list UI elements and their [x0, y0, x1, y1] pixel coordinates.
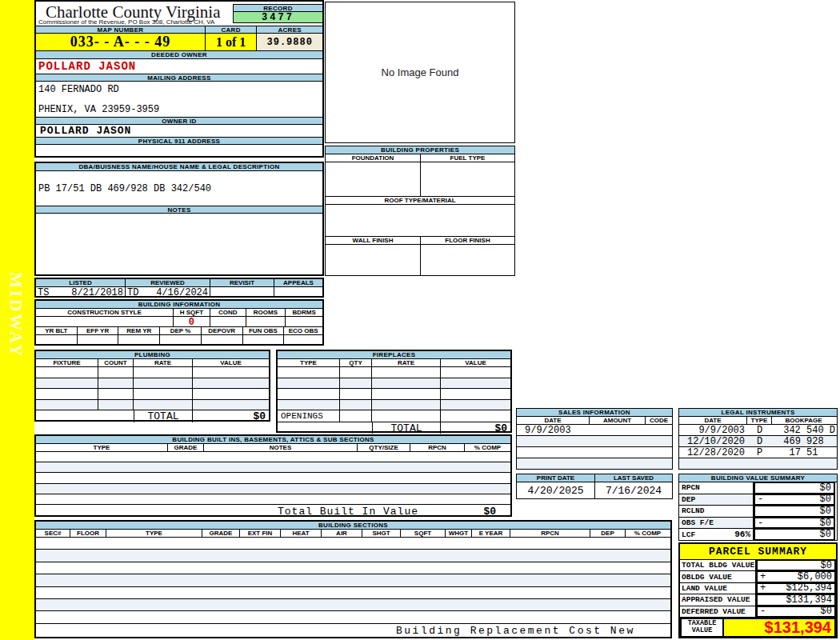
sqft-label: SQFT	[401, 530, 446, 537]
li-bookpage: 342 540 D	[772, 425, 835, 436]
building-sections-panel: BUILDING SECTIONS SEC# FLOOR TYPE GRADE …	[34, 520, 672, 638]
bi-type-label: TYPE	[36, 444, 168, 451]
plumbing-title: PLUMBING	[36, 351, 269, 359]
fireplaces-openings-row: OPENINGS	[278, 410, 510, 422]
li-bookpage: 469 928	[772, 436, 835, 447]
appeals-value	[274, 287, 322, 298]
last-saved-label: LAST SAVED	[595, 474, 672, 482]
bvs-lcf-pct: 96%	[734, 530, 750, 539]
physical-address-value	[36, 145, 322, 157]
floor-finish-label: FLOOR FINISH	[421, 237, 514, 244]
parcel-summary-panel: PARCEL SUMMARY TOTAL BLDG VALUE $0 OBLDG…	[678, 542, 838, 638]
ps-total-bldg-label: TOTAL BLDG VALUE	[680, 560, 756, 571]
wall-finish-label: WALL FINISH	[326, 237, 421, 244]
fp-type-label: TYPE	[278, 359, 340, 366]
bdrms-label: BDRMS	[286, 309, 322, 316]
print-save-headers: PRINT DATE LAST SAVED	[517, 474, 672, 482]
built-ins-title: BUILDING BUILT INS, BASEMENTS, ATTICS & …	[36, 436, 510, 444]
acres-label: ACRES	[257, 26, 322, 34]
listed-date: 8/21/2018	[71, 287, 123, 298]
ps-obldg-value: $6,000	[798, 571, 832, 582]
building-sections-footer: Building Replacement Cost New	[36, 624, 670, 637]
taxable-value-row: TAXABLE VALUE $131,394	[680, 618, 836, 638]
li-type-label: TYPE	[747, 417, 772, 424]
owner-id-label: OWNER ID	[36, 117, 322, 125]
bvs-rpcn-label: RPCN	[682, 483, 700, 492]
bvs-dep-label: DEP	[682, 495, 695, 504]
legal-description-row: PB 17/51 DB 469/928 DB 342/540	[36, 171, 322, 206]
roof-header: ROOF TYPE/MATERIAL	[326, 197, 514, 205]
taxable-label-line2: VALUE	[692, 627, 713, 635]
sec-label: SEC#	[36, 530, 70, 537]
grade-label: GRADE	[202, 530, 240, 537]
li-date: 12/28/2020	[679, 447, 747, 458]
fireplaces-total-value: $0	[441, 422, 510, 434]
hsqft-value: 0	[174, 317, 210, 326]
sales-date-label: DATE	[517, 417, 590, 424]
last-saved-value: 7/16/2024	[595, 482, 672, 498]
whgt-label: WHGT	[446, 530, 472, 537]
ps-land-label: LAND VALUE	[680, 583, 756, 594]
extfin-label: EXT FIN	[240, 530, 281, 537]
parcel-summary-title: PARCEL SUMMARY	[680, 544, 836, 560]
revisit-value	[210, 287, 274, 298]
notes-value	[36, 214, 322, 276]
map-card-acres-headers: MAP NUMBER CARD ACRES	[36, 26, 322, 34]
bvs-rclnd-value: $0	[820, 506, 831, 517]
building-properties-title: BUILDING PROPERTIES	[326, 146, 514, 154]
bvs-rclnd-label: RCLND	[682, 506, 705, 515]
reviewed-label: REVIEWED	[126, 279, 210, 286]
record-number: 3477	[234, 12, 322, 23]
fp-rate-label: RATE	[372, 359, 441, 366]
li-date: 12/10/2020	[679, 436, 747, 447]
fp-value-label: VALUE	[441, 359, 510, 366]
sales-headers: DATE AMOUNT CODE	[517, 417, 672, 425]
visit-headers: LISTED REVIEWED REVISIT APPEALS	[36, 279, 322, 287]
plumbing-total-label: TOTAL	[134, 410, 193, 422]
li-type: P	[747, 447, 772, 458]
bvs-rpcn-value: $0	[820, 482, 831, 494]
plumbing-total-row: TOTAL $0	[36, 410, 269, 422]
taxable-label: TAXABLE VALUE	[680, 618, 724, 638]
building-value-summary-panel: BUILDING VALUE SUMMARY RPCN $0 DEP -$0 R…	[678, 474, 838, 541]
fireplaces-rows	[278, 367, 510, 410]
li-date: 9/9/2003	[679, 425, 747, 436]
hsqft-label: H SQFT	[174, 309, 210, 316]
roof-label: ROOF TYPE/MATERIAL	[326, 197, 514, 204]
building-info-row2-values	[36, 335, 322, 346]
card-label: CARD	[206, 26, 258, 34]
print-date-label: PRINT DATE	[517, 474, 595, 482]
deeded-owner-label: DEEDED OWNER	[36, 51, 322, 59]
built-ins-panel: BUILDING BUILT INS, BASEMENTS, ATTICS & …	[34, 434, 512, 517]
mailing-address-block: 140 FERNADO RD PHENIX, VA 23959-3959	[36, 82, 322, 117]
dba-label: DBA/BUISNESS NAME/HOUSE NAME & LEGAL DES…	[36, 163, 322, 171]
appeals-label: APPEALS	[274, 279, 322, 286]
bvs-lcf-label: LCF	[682, 530, 695, 539]
li-type: D	[747, 436, 772, 447]
plumbing-rows	[36, 367, 269, 410]
building-sections-headers: SEC# FLOOR TYPE GRADE EXT FIN HEAT AIR S…	[36, 530, 670, 538]
li-type: D	[747, 425, 772, 436]
fuel-type-label: FUEL TYPE	[421, 154, 514, 162]
sales-information-panel: SALES INFORMATION DATE AMOUNT CODE 9/9/2…	[516, 408, 673, 470]
floor-label: FLOOR	[70, 530, 106, 537]
fireplaces-panel: FIREPLACES TYPE QTY RATE VALUE OPENINGS …	[276, 350, 512, 433]
yrblt-label: YR BLT	[36, 327, 78, 334]
comp-label: % COMP	[626, 530, 670, 537]
bvs-rows: RPCN $0 DEP -$0 RCLND $0 OBS F/E -$0 LCF…	[679, 482, 837, 541]
eyear-label: E YEAR	[472, 530, 510, 537]
bi-comp-label: % COMP	[465, 444, 510, 451]
bi-qtysize-label: QTY/SIZE	[358, 444, 410, 451]
wall-floor-headers: WALL FINISH FLOOR FINISH	[326, 237, 514, 245]
physical-address-label: PHYSICAL 911 ADDRESS	[36, 137, 322, 145]
legal-instruments-rows: 9/9/2003 D 342 540 D 12/10/2020 D 469 92…	[679, 425, 837, 470]
owner-panel: Charlotte County Virginia Commissioner o…	[34, 0, 324, 158]
building-info-row1-values: 0	[36, 317, 322, 327]
listed-by: TS	[38, 287, 49, 298]
building-sections-title: BUILDING SECTIONS	[36, 522, 670, 530]
shgt-label: SHGT	[362, 530, 401, 537]
dep-label: DEP	[590, 530, 626, 537]
revisit-label: REVISIT	[210, 279, 274, 286]
funobs-label: FUN OBS	[243, 327, 285, 334]
bvs-row-rclnd: RCLND $0	[679, 506, 837, 518]
